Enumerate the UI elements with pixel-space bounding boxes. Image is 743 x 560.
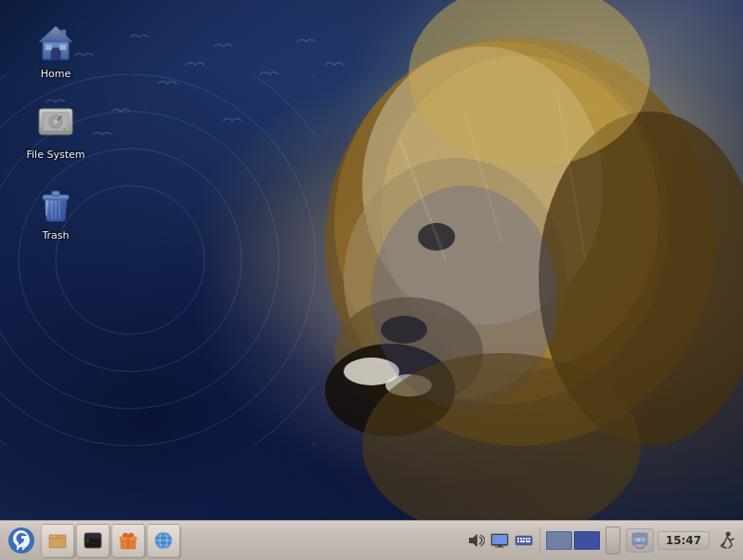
- svg-rect-42: [52, 191, 59, 196]
- svg-rect-59: [492, 535, 507, 544]
- keyboard-icon[interactable]: [514, 530, 534, 551]
- home-icon: [33, 19, 78, 63]
- svg-rect-64: [517, 538, 519, 540]
- clock-time: 15:47: [666, 534, 701, 547]
- run-icon[interactable]: [713, 527, 739, 553]
- terminal-button[interactable]: $ _: [76, 524, 110, 557]
- fedora-menu-button[interactable]: [4, 523, 39, 558]
- home-icon-item[interactable]: Home: [19, 19, 93, 81]
- desktop: Home: [0, 0, 743, 520]
- notification-area[interactable]: INFO: [626, 528, 654, 553]
- svg-marker-57: [469, 534, 477, 547]
- svg-rect-31: [61, 30, 66, 38]
- svg-marker-30: [39, 26, 72, 42]
- svg-rect-67: [526, 538, 528, 540]
- svg-text:$ _: $ _: [86, 538, 96, 544]
- trash-icon: [33, 180, 78, 225]
- network-icon[interactable]: [489, 530, 510, 551]
- svg-text:INFO: INFO: [634, 537, 645, 542]
- workspace-switcher[interactable]: [546, 531, 600, 550]
- svg-rect-65: [520, 538, 522, 540]
- trash-icon-item[interactable]: Trash: [19, 180, 93, 242]
- svg-rect-28: [46, 45, 52, 50]
- svg-rect-29: [59, 45, 66, 50]
- workspace-1[interactable]: [546, 531, 572, 550]
- svg-rect-68: [528, 538, 530, 540]
- volume-icon[interactable]: [465, 530, 486, 551]
- home-label: Home: [37, 67, 74, 81]
- filesystem-label: File System: [23, 148, 89, 162]
- svg-rect-69: [517, 540, 519, 542]
- system-tray: INFO 15:47: [465, 521, 739, 560]
- svg-rect-27: [51, 48, 60, 59]
- svg-point-37: [63, 127, 67, 131]
- trash-label: Trash: [38, 228, 72, 242]
- svg-line-74: [642, 544, 647, 548]
- svg-rect-70: [520, 540, 525, 542]
- tray-separator: [540, 527, 541, 553]
- clock[interactable]: 15:47: [658, 531, 710, 550]
- package-manager-button[interactable]: [111, 524, 145, 557]
- show-desktop-button[interactable]: [606, 527, 620, 554]
- svg-rect-66: [523, 538, 525, 540]
- svg-point-78: [726, 532, 731, 537]
- taskbar-launchers: $ _: [4, 521, 180, 560]
- svg-rect-71: [526, 540, 530, 542]
- browser-button[interactable]: [147, 524, 180, 557]
- filesystem-icon-item[interactable]: File System: [19, 99, 93, 162]
- svg-line-73: [632, 544, 638, 548]
- workspace-2[interactable]: [574, 531, 600, 550]
- desktop-icons: Home: [19, 19, 93, 242]
- filesystem-icon: [33, 99, 78, 144]
- taskbar: $ _: [0, 520, 743, 560]
- lion-artwork: [0, 0, 743, 520]
- file-manager-button[interactable]: [41, 524, 74, 557]
